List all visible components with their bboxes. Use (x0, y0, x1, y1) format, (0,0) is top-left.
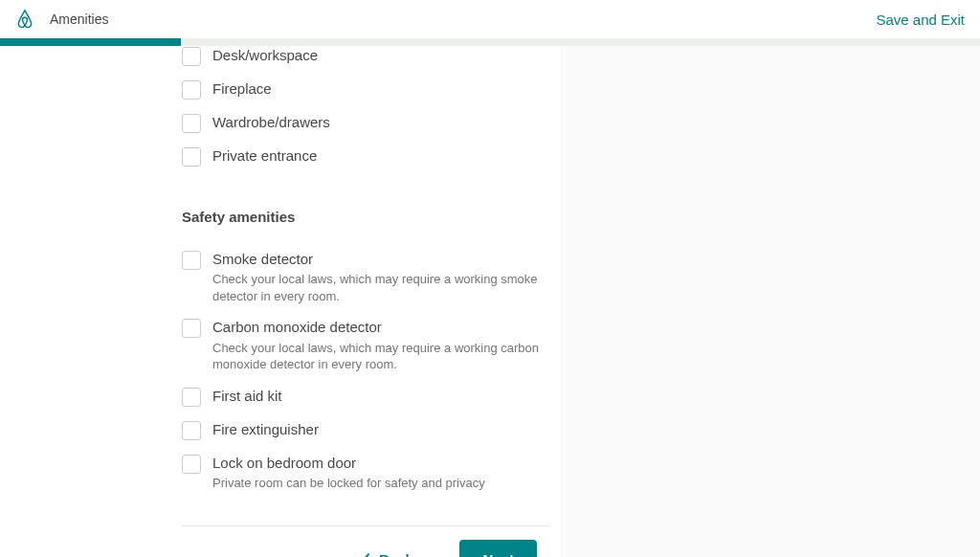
checkbox[interactable] (182, 251, 201, 270)
amenity-desc: Check your local laws, which may require… (212, 340, 548, 373)
checkbox-text: Wardrobe/drawers (212, 113, 548, 132)
back-button[interactable]: Back (364, 551, 413, 557)
checkbox-text: Fire extinguisher (212, 420, 548, 439)
content-area: Desk/workspace Fireplace Wardrobe/drawer… (0, 46, 560, 557)
checkbox[interactable] (182, 455, 201, 474)
chevron-left-icon (362, 553, 375, 557)
checkbox-text: Lock on bedroom door Private room can be… (212, 454, 548, 492)
amenity-lock-bedroom-door: Lock on bedroom door Private room can be… (182, 454, 548, 492)
next-button[interactable]: Next (459, 540, 537, 557)
right-panel (560, 46, 980, 557)
main-container: Desk/workspace Fireplace Wardrobe/drawer… (0, 46, 980, 557)
amenity-label: Lock on bedroom door (212, 454, 548, 473)
checkbox[interactable] (182, 421, 201, 440)
amenity-desk-workspace: Desk/workspace (182, 46, 548, 66)
checkbox-text: Smoke detector Check your local laws, wh… (212, 250, 548, 304)
checkbox[interactable] (182, 114, 201, 133)
progress-bar (0, 38, 980, 46)
amenity-first-aid-kit: First aid kit (182, 387, 548, 407)
amenity-private-entrance: Private entrance (182, 146, 548, 167)
footer: Back Next (182, 525, 548, 557)
amenity-label: Smoke detector (212, 250, 548, 269)
checkbox[interactable] (182, 47, 201, 66)
amenity-label: First aid kit (212, 387, 548, 406)
page-title: Amenities (50, 11, 108, 27)
checkbox-text: Fireplace (212, 79, 548, 99)
checkbox-text: First aid kit (212, 387, 548, 406)
header: Amenities Save and Exit (0, 0, 980, 38)
header-left: Amenities (15, 9, 108, 30)
checkbox-text: Carbon monoxide detector Check your loca… (212, 318, 548, 372)
checkbox[interactable] (182, 319, 201, 338)
airbnb-logo-icon (15, 9, 34, 30)
amenity-desc: Private room can be locked for safety an… (212, 475, 548, 492)
back-label: Back (379, 551, 413, 557)
amenity-label: Wardrobe/drawers (212, 113, 548, 132)
checkbox[interactable] (182, 80, 201, 100)
checkbox-text: Desk/workspace (212, 46, 548, 65)
progress-bar-fill (0, 38, 181, 46)
amenity-label: Fireplace (212, 79, 548, 99)
checkbox[interactable] (182, 147, 201, 167)
amenity-desc: Check your local laws, which may require… (212, 271, 548, 304)
amenity-carbon-monoxide-detector: Carbon monoxide detector Check your loca… (182, 318, 548, 372)
save-exit-link[interactable]: Save and Exit (876, 11, 965, 28)
checkbox-text: Private entrance (212, 146, 548, 166)
checkbox[interactable] (182, 388, 201, 407)
amenity-smoke-detector: Smoke detector Check your local laws, wh… (182, 250, 548, 304)
amenity-fire-extinguisher: Fire extinguisher (182, 420, 548, 440)
amenity-label: Private entrance (212, 146, 548, 166)
safety-amenities-heading: Safety amenities (182, 209, 548, 225)
amenity-label: Desk/workspace (212, 46, 548, 65)
amenity-label: Carbon monoxide detector (212, 318, 548, 337)
amenity-label: Fire extinguisher (212, 420, 548, 439)
amenity-fireplace: Fireplace (182, 79, 548, 100)
amenity-wardrobe-drawers: Wardrobe/drawers (182, 113, 548, 133)
left-panel: Desk/workspace Fireplace Wardrobe/drawer… (0, 46, 560, 557)
